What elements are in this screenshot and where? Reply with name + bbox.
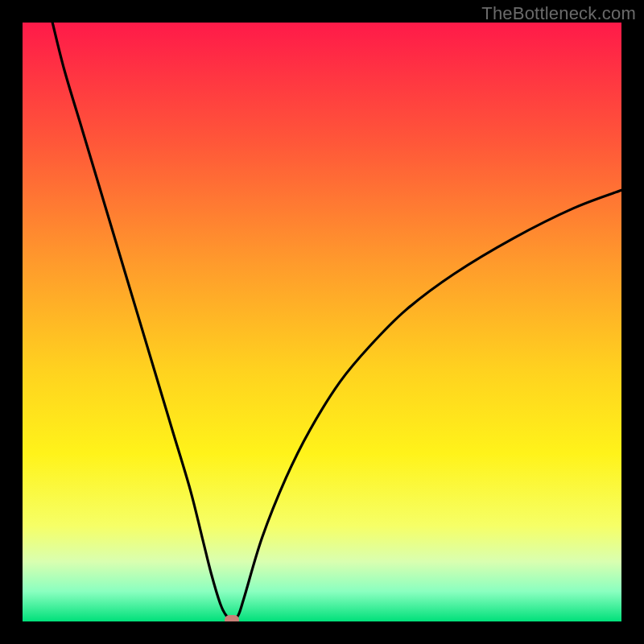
chart-frame: TheBottleneck.com [0, 0, 644, 644]
watermark-text: TheBottleneck.com [481, 3, 636, 24]
curve-layer [23, 23, 621, 621]
optimal-point-marker [225, 615, 239, 621]
bottleneck-curve [52, 23, 621, 620]
plot-area [23, 23, 621, 621]
